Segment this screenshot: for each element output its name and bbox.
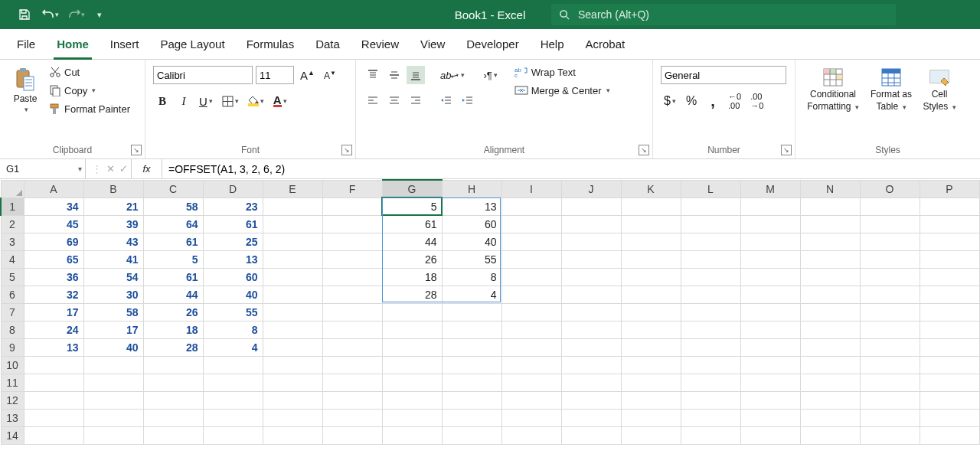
- dialog-launcher[interactable]: ↘: [341, 145, 352, 155]
- cell[interactable]: [800, 215, 860, 233]
- cell[interactable]: [740, 250, 800, 268]
- bold-button[interactable]: B: [153, 92, 172, 110]
- cell[interactable]: 26: [143, 303, 203, 321]
- cell[interactable]: [501, 391, 561, 409]
- column-header[interactable]: J: [561, 180, 621, 197]
- cell[interactable]: 17: [83, 321, 143, 338]
- cell[interactable]: [621, 303, 681, 321]
- row-header[interactable]: 5: [1, 268, 24, 286]
- cell[interactable]: [740, 233, 800, 250]
- number-format-select[interactable]: [661, 66, 786, 84]
- cell[interactable]: [263, 321, 322, 338]
- cell[interactable]: 13: [203, 250, 263, 268]
- fill-color-button[interactable]: ▾: [245, 92, 267, 110]
- cell[interactable]: 26: [382, 250, 442, 268]
- cell[interactable]: [561, 321, 621, 338]
- cell[interactable]: 8: [203, 321, 263, 338]
- cell[interactable]: [621, 250, 681, 268]
- cell[interactable]: [621, 426, 681, 444]
- cell[interactable]: [203, 356, 263, 374]
- cell[interactable]: [561, 391, 621, 409]
- column-header[interactable]: F: [322, 180, 382, 197]
- cell[interactable]: [501, 197, 561, 215]
- font-color-button[interactable]: A▾: [270, 92, 290, 110]
- row-header[interactable]: 9: [1, 338, 24, 356]
- column-header[interactable]: G: [382, 180, 442, 197]
- redo-button[interactable]: ▾: [66, 5, 87, 24]
- cell[interactable]: 58: [83, 303, 143, 321]
- cell[interactable]: [681, 233, 740, 250]
- cell[interactable]: [322, 303, 382, 321]
- customize-qat-button[interactable]: ▾: [92, 5, 106, 24]
- cell[interactable]: [621, 356, 681, 374]
- save-button[interactable]: [14, 5, 35, 24]
- cell[interactable]: [800, 197, 860, 215]
- cell[interactable]: [860, 197, 920, 215]
- column-header[interactable]: O: [860, 180, 920, 197]
- row-header[interactable]: 10: [1, 356, 24, 374]
- cell[interactable]: 58: [143, 197, 203, 215]
- cell[interactable]: [263, 338, 322, 356]
- format-painter-button[interactable]: Format Painter: [49, 103, 130, 115]
- column-header[interactable]: M: [740, 180, 800, 197]
- cell[interactable]: [740, 409, 800, 426]
- cell[interactable]: [740, 321, 800, 338]
- cell[interactable]: 44: [382, 233, 442, 250]
- cell[interactable]: 28: [143, 338, 203, 356]
- cell[interactable]: [681, 338, 740, 356]
- cell[interactable]: 43: [83, 233, 143, 250]
- cell[interactable]: [920, 233, 979, 250]
- formula-input[interactable]: [162, 159, 980, 178]
- cell[interactable]: [561, 338, 621, 356]
- cell[interactable]: [382, 426, 442, 444]
- cell[interactable]: [322, 286, 382, 303]
- cell[interactable]: [501, 268, 561, 286]
- tab-developer[interactable]: Developer: [456, 29, 529, 60]
- cell[interactable]: [203, 374, 263, 391]
- cell[interactable]: [382, 303, 442, 321]
- cell[interactable]: [83, 356, 143, 374]
- row-header[interactable]: 1: [1, 197, 24, 215]
- font-size-input[interactable]: [256, 66, 294, 84]
- cell[interactable]: [442, 321, 501, 338]
- cell[interactable]: [740, 391, 800, 409]
- cell[interactable]: 61: [143, 268, 203, 286]
- cell[interactable]: [860, 409, 920, 426]
- cell[interactable]: [621, 197, 681, 215]
- tab-insert[interactable]: Insert: [100, 29, 150, 60]
- cell[interactable]: [322, 426, 382, 444]
- cell[interactable]: [382, 338, 442, 356]
- cell[interactable]: 40: [442, 233, 501, 250]
- cell[interactable]: 60: [442, 215, 501, 233]
- cell[interactable]: 36: [24, 268, 83, 286]
- merge-center-button[interactable]: Merge & Center ▾: [514, 84, 610, 96]
- cell[interactable]: [621, 374, 681, 391]
- name-box[interactable]: G1 ▾: [0, 159, 86, 178]
- increase-indent-button[interactable]: [459, 92, 477, 110]
- column-header[interactable]: A: [24, 180, 83, 197]
- column-header[interactable]: D: [203, 180, 263, 197]
- column-header[interactable]: L: [681, 180, 740, 197]
- cell[interactable]: 45: [24, 215, 83, 233]
- decrease-decimal-button[interactable]: .00→0: [747, 92, 766, 110]
- cell[interactable]: [263, 268, 322, 286]
- cell[interactable]: [740, 303, 800, 321]
- cell[interactable]: 34: [24, 197, 83, 215]
- align-bottom-button[interactable]: [407, 66, 425, 84]
- cell[interactable]: 44: [143, 286, 203, 303]
- dialog-launcher[interactable]: ↘: [781, 145, 792, 155]
- cell[interactable]: [263, 215, 322, 233]
- cell[interactable]: [203, 409, 263, 426]
- align-center-button[interactable]: [385, 92, 403, 110]
- cell[interactable]: [263, 250, 322, 268]
- cell[interactable]: [860, 338, 920, 356]
- cell[interactable]: [681, 286, 740, 303]
- row-header[interactable]: 7: [1, 303, 24, 321]
- cell[interactable]: [501, 426, 561, 444]
- cell[interactable]: [263, 374, 322, 391]
- cell[interactable]: [442, 374, 501, 391]
- cell[interactable]: 18: [143, 321, 203, 338]
- cell[interactable]: 61: [203, 215, 263, 233]
- cell[interactable]: [24, 391, 83, 409]
- cell[interactable]: [442, 409, 501, 426]
